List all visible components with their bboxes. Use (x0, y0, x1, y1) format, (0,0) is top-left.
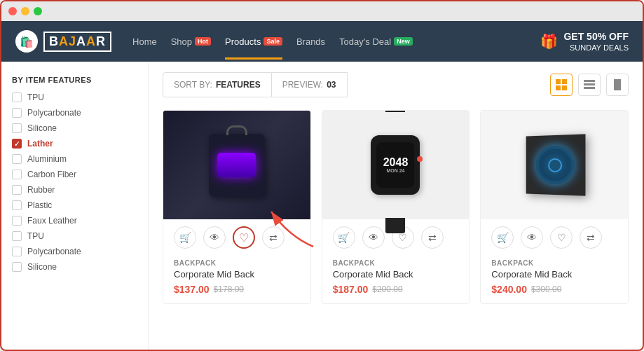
promo-area[interactable]: 🎁 GET 50% OFF SUNDAY DEALS (540, 30, 629, 53)
product-price-1: $137.00 $178.00 (174, 284, 300, 295)
watch-strap-top (385, 110, 405, 112)
svg-rect-0 (556, 79, 561, 84)
toolbar: SORT BY: FEATURES PREVIEW: 03 (163, 72, 629, 97)
nav-brands[interactable]: Brands (296, 36, 325, 47)
compare-button-3[interactable]: ⇄ (580, 226, 602, 249)
cart-button-2[interactable]: 🛒 (333, 226, 355, 249)
filter-aluminium[interactable]: Aluminium (12, 154, 137, 164)
navbar: 🛍️ BAJAAR Home Shop Hot Products Sale Br… (1, 21, 643, 62)
product-name-1: Corporate Mid Back (174, 269, 300, 280)
nav-products[interactable]: Products Sale (225, 36, 282, 47)
price-current-2: $187.00 (333, 284, 369, 295)
filter-plastic[interactable]: Plastic (12, 200, 137, 210)
checkbox-tpu-1[interactable] (12, 92, 22, 102)
svg-rect-5 (584, 83, 595, 85)
preview-bar: PREVIEW: 03 (272, 72, 348, 97)
filter-lather[interactable]: ✓ Lather (12, 139, 137, 149)
filter-carbon-fiber[interactable]: Carbon Fiber (12, 170, 137, 179)
wishlist-button-1[interactable]: ♡ (233, 226, 255, 249)
sidebar-title: BY ITEM FEATURES (12, 76, 137, 84)
products-badge: Sale (263, 37, 282, 46)
close-dot[interactable] (8, 7, 17, 15)
filter-polycarbonate-1[interactable]: Polycarbonate (12, 108, 137, 118)
product-image-3 (481, 111, 628, 219)
checkbox-tpu-2[interactable] (12, 231, 22, 241)
nav-links: Home Shop Hot Products Sale Brands Today… (132, 36, 540, 47)
checkbox-polycarbonate-2[interactable] (12, 247, 22, 256)
checkbox-lather[interactable]: ✓ (12, 139, 22, 149)
product-category-2: BACKPACK (333, 259, 459, 267)
checkbox-faux-leather[interactable] (12, 216, 22, 226)
action-buttons-1: 🛒 👁 ♡ ⇄ (163, 219, 310, 256)
view-single-button[interactable] (606, 74, 629, 96)
svg-rect-4 (584, 80, 595, 82)
product-image-1 (163, 111, 310, 219)
view-list-button[interactable] (578, 74, 601, 96)
view-grid-button[interactable] (550, 74, 573, 96)
svg-rect-1 (562, 79, 567, 84)
product-price-2: $187.00 $200.00 (333, 284, 459, 295)
browser-window: 🛍️ BAJAAR Home Shop Hot Products Sale Br… (0, 0, 644, 351)
filter-rubber[interactable]: Rubber (12, 185, 137, 195)
checkbox-rubber[interactable] (12, 185, 22, 195)
nav-shop[interactable]: Shop Hot (171, 36, 211, 47)
product-name-3: Corporate Mid Back (491, 269, 617, 280)
svg-rect-6 (584, 87, 595, 89)
price-original-1: $178.00 (214, 284, 244, 294)
filter-silicone-1[interactable]: Silicone (12, 123, 137, 133)
checkbox-carbon-fiber[interactable] (12, 170, 22, 179)
product-info-3: BACKPACK Corporate Mid Back $240.00 $300… (481, 256, 628, 303)
deal-badge: New (394, 37, 413, 46)
filter-tpu-1[interactable]: TPU (12, 92, 137, 102)
svg-rect-2 (556, 85, 561, 90)
checkbox-polycarbonate-1[interactable] (12, 108, 22, 118)
price-original-3: $300.00 (531, 284, 561, 294)
product-card-3: 🛒 👁 ♡ ⇄ BACKPACK Corporate Mid Back $240… (480, 110, 629, 304)
price-current-1: $137.00 (174, 284, 210, 295)
checkbox-plastic[interactable] (12, 200, 22, 210)
pc-fan (535, 145, 574, 184)
speaker-glow (217, 153, 256, 177)
pc-case (526, 134, 585, 195)
cart-button-1[interactable]: 🛒 (174, 226, 196, 249)
shop-badge: Hot (195, 37, 211, 46)
title-bar (1, 1, 643, 21)
product-category-1: BACKPACK (174, 259, 300, 267)
pc-fan-inner (547, 158, 561, 172)
action-buttons-3: 🛒 👁 ♡ ⇄ (481, 219, 628, 256)
nav-home[interactable]: Home (132, 36, 157, 47)
product-card-2: 2048 MON 24 🛒 👁 ♡ ⇄ (322, 110, 470, 304)
speaker-body (209, 134, 265, 197)
view-button-1[interactable]: 👁 (203, 226, 226, 249)
watch-strap-bottom (385, 218, 405, 233)
product-info-2: BACKPACK Corporate Mid Back $187.00 $200… (322, 256, 470, 303)
compare-button-2[interactable]: ⇄ (421, 226, 444, 249)
logo-icon: 🛍️ (15, 30, 38, 53)
minimize-dot[interactable] (21, 7, 29, 15)
price-original-2: $200.00 (372, 284, 402, 294)
filter-tpu-2[interactable]: TPU (12, 231, 137, 241)
watch-body: 2048 MON 24 (371, 135, 420, 195)
logo-text: BAJAAR (43, 32, 111, 52)
filter-polycarbonate-2[interactable]: Polycarbonate (12, 247, 137, 256)
view-button-3[interactable]: 👁 (521, 226, 543, 249)
products-grid: 🛒 👁 ♡ ⇄ BACKPACK Corporate Mid Back $137… (163, 110, 629, 304)
product-card-1: 🛒 👁 ♡ ⇄ BACKPACK Corporate Mid Back $137… (163, 110, 311, 304)
product-category-3: BACKPACK (491, 259, 617, 267)
filter-faux-leather[interactable]: Faux Leather (12, 216, 137, 226)
cart-button-3[interactable]: 🛒 (491, 226, 514, 249)
nav-todays-deal[interactable]: Today's Deal New (339, 36, 413, 47)
promo-text: GET 50% OFF SUNDAY DEALS (563, 30, 629, 53)
checkbox-silicone-1[interactable] (12, 123, 22, 133)
maximize-dot[interactable] (34, 7, 42, 15)
compare-button-1[interactable]: ⇄ (262, 226, 285, 249)
logo-area[interactable]: 🛍️ BAJAAR (15, 30, 111, 53)
price-current-3: $240.00 (491, 284, 527, 295)
view-button-2[interactable]: 👁 (362, 226, 385, 249)
main-area: SORT BY: FEATURES PREVIEW: 03 (149, 62, 643, 350)
checkbox-silicone-2[interactable] (12, 262, 22, 272)
wishlist-button-3[interactable]: ♡ (550, 226, 573, 249)
checkbox-aluminium[interactable] (12, 154, 22, 164)
speaker-handle (226, 125, 247, 135)
filter-silicone-2[interactable]: Silicone (12, 262, 137, 272)
